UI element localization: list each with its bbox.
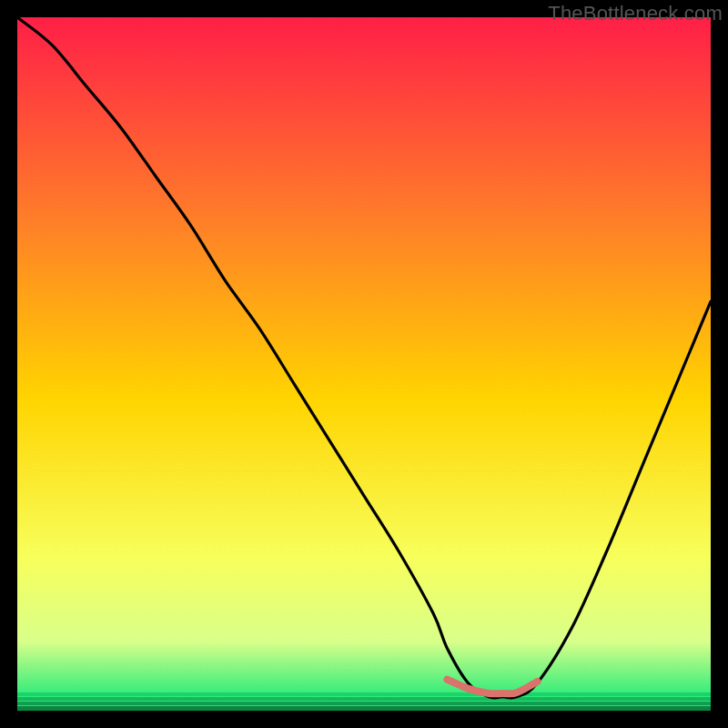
- chart-frame: [17, 17, 711, 711]
- green-band-3: [17, 702, 711, 705]
- bottleneck-plot: [17, 17, 711, 711]
- green-band-2: [17, 697, 711, 701]
- watermark-text: TheBottleneck.com: [548, 2, 723, 25]
- green-band-4: [17, 706, 711, 711]
- gradient-background: [17, 17, 711, 711]
- green-band-1: [17, 693, 711, 696]
